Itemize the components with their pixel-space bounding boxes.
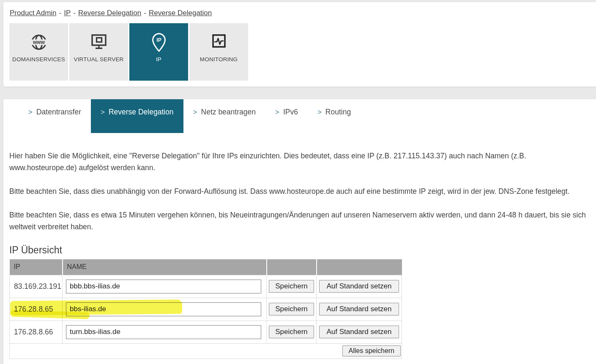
pulse-screen-icon — [209, 30, 229, 54]
column-header-name: NAME — [63, 259, 267, 275]
tab-label: Reverse Delegation — [109, 108, 174, 116]
chevron-right-icon: > — [101, 108, 105, 116]
tab-netz-beantragen[interactable]: >Netz beantragen — [183, 99, 265, 133]
ip-value: 176.28.8.66 — [10, 321, 63, 343]
breadcrumb-link-reverse-delegation-2[interactable]: Reverse Delegation — [149, 9, 212, 17]
tab-label: IPv6 — [283, 108, 298, 116]
tile-ip[interactable]: IP IP — [129, 23, 188, 81]
table-row: 176.28.8.66 Speichern Auf Standard setze… — [10, 321, 402, 343]
page-title: IP Übersicht — [9, 244, 590, 256]
breadcrumb: Product Admin-IP-Reverse Delegation-Reve… — [10, 9, 596, 17]
name-input[interactable] — [66, 280, 261, 293]
ip-pin-icon: IP — [149, 30, 169, 54]
tile-monitoring[interactable]: MONITORING — [189, 23, 248, 81]
table-row: 83.169.23.191 Speichern Auf Standard set… — [10, 275, 402, 298]
tab-label: Routing — [325, 108, 351, 116]
save-button[interactable]: Speichern — [269, 280, 314, 293]
table-row-highlighted: 176.28.8.65 Speichern Auf Standard setze… — [10, 298, 402, 321]
set-default-button[interactable]: Auf Standard setzen — [319, 326, 399, 338]
ip-value: 83.169.23.191 — [10, 275, 63, 298]
globe-www-icon: www — [29, 30, 49, 54]
tile-virtual-server[interactable]: VIRTUAL SERVER — [69, 23, 128, 81]
tab-reverse-delegation[interactable]: >Reverse Delegation — [91, 99, 183, 133]
tab-label: Datentransfer — [36, 108, 81, 116]
column-header-ip: IP — [10, 259, 63, 275]
forward-note-paragraph: Bitte beachten Sie, dass dies unabhängig… — [9, 185, 590, 197]
save-button[interactable]: Speichern — [269, 303, 314, 315]
breadcrumb-separator: - — [73, 9, 76, 17]
tile-label: IP — [156, 56, 161, 62]
chevron-right-icon: > — [317, 108, 322, 116]
intro-paragraph: Hier haben Sie die Möglichkeit, eine "Re… — [9, 150, 590, 174]
chevron-right-icon: > — [193, 108, 197, 116]
content-area: Hier haben Sie die Möglichkeit, eine "Re… — [3, 150, 596, 359]
tab-routing[interactable]: >Routing — [308, 99, 361, 133]
main-card: >Datentransfer >Reverse Delegation >Netz… — [3, 99, 596, 364]
product-nav: www DOMAINSERVICES VIRTUAL SERVER IP — [9, 23, 596, 81]
monitor-icon — [89, 30, 109, 54]
svg-text:www: www — [32, 39, 45, 45]
name-input[interactable] — [66, 302, 261, 316]
set-default-button[interactable]: Auf Standard setzen — [319, 280, 399, 293]
ip-value: 176.28.8.65 — [10, 298, 63, 321]
table-footer-row: Alles speichern — [10, 343, 402, 359]
breadcrumb-link-product-admin[interactable]: Product Admin — [10, 9, 57, 17]
name-input[interactable] — [66, 325, 261, 339]
tile-label: MONITORING — [200, 56, 238, 62]
column-header-save — [267, 259, 317, 275]
column-header-default — [317, 259, 402, 275]
tab-label: Netz beantragen — [201, 108, 256, 116]
breadcrumb-separator: - — [144, 9, 146, 17]
ip-overview-table: IP NAME 83.169.23.191 Speichern Auf Stan… — [9, 259, 402, 359]
save-all-button[interactable]: Alles speichern — [342, 345, 401, 356]
breadcrumb-link-ip[interactable]: IP — [64, 9, 71, 17]
header-card: Product Admin-IP-Reverse Delegation-Reve… — [3, 2, 596, 87]
breadcrumb-separator: - — [59, 9, 62, 17]
chevron-right-icon: > — [28, 108, 33, 116]
tab-datentransfer[interactable]: >Datentransfer — [19, 99, 91, 133]
set-default-button[interactable]: Auf Standard setzen — [319, 303, 399, 315]
tab-ipv6[interactable]: >IPv6 — [265, 99, 308, 133]
breadcrumb-link-reverse-delegation[interactable]: Reverse Delegation — [78, 9, 141, 17]
propagation-note-paragraph: Bitte beachten Sie, dass es etwa 15 Minu… — [9, 209, 590, 233]
tile-label: VIRTUAL SERVER — [74, 56, 123, 62]
save-button[interactable]: Speichern — [269, 326, 314, 338]
table-header-row: IP NAME — [10, 259, 402, 275]
chevron-right-icon: > — [275, 108, 279, 116]
tile-domainservices[interactable]: www DOMAINSERVICES — [9, 23, 68, 81]
svg-text:IP: IP — [156, 37, 161, 43]
tile-label: DOMAINSERVICES — [12, 56, 65, 62]
sub-nav: >Datentransfer >Reverse Delegation >Netz… — [3, 99, 596, 133]
